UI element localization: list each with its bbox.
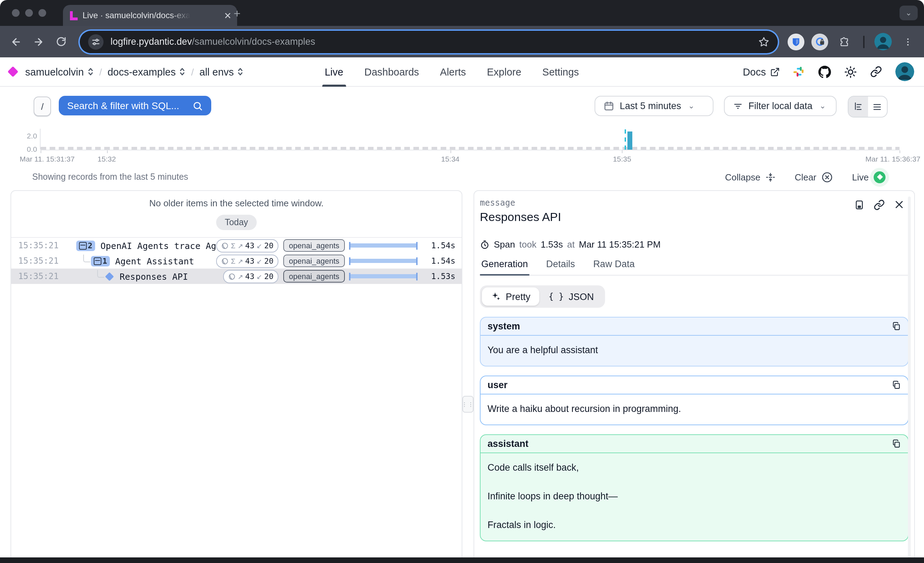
tab-raw-data[interactable]: Raw Data bbox=[592, 259, 636, 275]
selection-marker-line bbox=[624, 129, 626, 150]
tab-details[interactable]: Details bbox=[545, 259, 577, 275]
date-chip[interactable]: Today bbox=[216, 215, 257, 230]
logfire-app: samuelcolvin / docs-examples / all envs … bbox=[0, 57, 924, 557]
tab-dashboards[interactable]: Dashboards bbox=[364, 57, 419, 87]
tokens-out-arrow-icon: ↙ bbox=[257, 273, 262, 280]
search-input[interactable]: Search & filter with SQL... bbox=[59, 96, 211, 115]
tab-settings[interactable]: Settings bbox=[543, 57, 579, 87]
breadcrumb-env[interactable]: all envs bbox=[200, 66, 243, 77]
x-tick-label: Mar 11. 15:36:37 bbox=[866, 154, 921, 163]
reload-icon[interactable] bbox=[52, 33, 70, 51]
tab-close-icon[interactable]: ✕ bbox=[224, 11, 231, 20]
copy-icon[interactable] bbox=[892, 322, 901, 331]
chart-baseline-dashes bbox=[40, 147, 900, 150]
table-row[interactable]: 15:35:21 2 OpenAI Agents trace Agent… Σ … bbox=[11, 238, 462, 253]
dock-panel-icon[interactable] bbox=[854, 199, 864, 211]
message-role: assistant bbox=[488, 439, 528, 449]
tab-generation[interactable]: Generation bbox=[480, 259, 530, 275]
pretty-mode-button[interactable]: Pretty bbox=[482, 287, 540, 305]
view-mode-toggle bbox=[848, 96, 888, 117]
privacy-extension-icon[interactable] bbox=[812, 33, 828, 50]
macos-traffic-lights[interactable] bbox=[12, 9, 46, 17]
live-toggle[interactable]: Live bbox=[852, 171, 885, 183]
logfire-logo-icon bbox=[8, 66, 18, 77]
share-link-icon[interactable] bbox=[870, 66, 882, 78]
github-icon[interactable] bbox=[818, 65, 831, 78]
site-settings-icon[interactable] bbox=[88, 34, 104, 49]
collapse-button[interactable]: Collapse bbox=[725, 172, 776, 182]
url-bar[interactable]: logfire.pydantic.dev/samuelcolvin/docs-e… bbox=[80, 30, 778, 53]
tag-badge[interactable]: openai_agents bbox=[283, 255, 345, 267]
copy-link-icon[interactable] bbox=[874, 199, 885, 211]
chevron-updown-icon bbox=[179, 67, 185, 76]
clear-button[interactable]: Clear bbox=[795, 171, 833, 183]
duration-bar bbox=[348, 257, 422, 265]
collapse-count-badge[interactable]: 1 bbox=[91, 256, 110, 266]
breadcrumb: samuelcolvin / docs-examples / all envs bbox=[0, 66, 244, 77]
panel-resize-handle[interactable]: ⋮⋮ bbox=[462, 396, 474, 413]
tokens-in-arrow-icon: ↗ bbox=[237, 273, 243, 280]
sum-icon: Σ bbox=[231, 257, 236, 265]
span-detail-title: Responses API bbox=[480, 211, 909, 225]
docs-link[interactable]: Docs bbox=[743, 66, 780, 77]
collapse-count-badge[interactable]: 2 bbox=[76, 240, 95, 251]
message-user: user Write a haiku about recursion in pr… bbox=[480, 376, 909, 425]
breadcrumb-project[interactable]: docs-examples bbox=[107, 66, 185, 77]
tab-search-chevron-icon[interactable]: ⌄ bbox=[900, 6, 918, 20]
logfire-favicon-icon bbox=[69, 11, 78, 20]
empty-window-notice: No older items in the selected time wind… bbox=[11, 198, 462, 208]
user-avatar[interactable] bbox=[896, 62, 914, 81]
back-icon[interactable] bbox=[7, 33, 25, 51]
new-tab-button[interactable]: + bbox=[234, 8, 241, 19]
token-usage-badge[interactable]: Σ ↗43 ↙20 bbox=[216, 254, 278, 268]
table-row-selected[interactable]: 15:35:21 Responses API ↗43 ↙20 bbox=[11, 268, 462, 284]
tree-view-button[interactable] bbox=[849, 96, 868, 117]
table-row[interactable]: 15:35:21 1 Agent Assistant Σ ↗43 ↙20 bbox=[11, 253, 462, 268]
message-assistant: assistant Code calls itself back, Infini… bbox=[480, 434, 909, 541]
bitwarden-extension-icon[interactable] bbox=[788, 33, 804, 50]
x-tick-label: Mar 11. 15:31:37 bbox=[20, 154, 75, 163]
token-usage-badge[interactable]: Σ ↗43 ↙20 bbox=[216, 239, 278, 252]
theme-sun-icon[interactable] bbox=[844, 65, 857, 78]
chevron-down-icon: ⌄ bbox=[819, 102, 826, 111]
braces-icon: { } bbox=[549, 292, 564, 301]
local-filter-select[interactable]: Filter local data⌄ bbox=[724, 96, 837, 116]
token-usage-badge[interactable]: ↗43 ↙20 bbox=[223, 270, 278, 283]
bookmark-star-icon[interactable] bbox=[758, 36, 770, 47]
breadcrumb-org[interactable]: samuelcolvin bbox=[25, 66, 94, 77]
tag-badge[interactable]: openai_agents bbox=[283, 239, 345, 252]
message-role: user bbox=[488, 380, 507, 390]
tab-alerts[interactable]: Alerts bbox=[440, 57, 466, 87]
copy-icon[interactable] bbox=[892, 380, 901, 389]
browser-tab[interactable]: Live · samuelcolvin/docs-exa ✕ bbox=[63, 5, 237, 26]
extensions-puzzle-icon[interactable] bbox=[835, 33, 854, 51]
tag-badge[interactable]: openai_agents bbox=[283, 270, 345, 283]
haiku-line: Fractals in logic. bbox=[488, 520, 901, 530]
timeline-chart[interactable]: 2.0 0.0 Mar 11. 15:31:37 15:32 15:34 15:… bbox=[0, 126, 924, 165]
span-count-bar[interactable] bbox=[627, 132, 632, 150]
row-time: 15:35:21 bbox=[18, 256, 60, 266]
toolbar-divider bbox=[863, 35, 864, 48]
chevron-updown-icon bbox=[237, 67, 244, 76]
copy-icon[interactable] bbox=[892, 439, 901, 448]
list-view-button[interactable] bbox=[868, 96, 887, 117]
breadcrumb-separator: / bbox=[191, 66, 194, 77]
forward-icon[interactable] bbox=[29, 33, 48, 51]
browser-profile-avatar[interactable] bbox=[874, 33, 892, 50]
tab-explore[interactable]: Explore bbox=[487, 57, 521, 87]
slack-icon[interactable] bbox=[793, 66, 805, 78]
close-panel-icon[interactable] bbox=[894, 199, 904, 211]
main-nav-tabs: Live Dashboards Alerts Explore Settings bbox=[324, 57, 579, 87]
sum-icon: Σ bbox=[231, 241, 236, 250]
json-mode-button[interactable]: { } JSON bbox=[540, 287, 603, 305]
window-bottom-edge bbox=[0, 557, 924, 563]
time-range-select[interactable]: Last 5 minutes⌄ bbox=[594, 96, 714, 116]
url-text[interactable]: logfire.pydantic.dev/samuelcolvin/docs-e… bbox=[111, 36, 315, 47]
panel-scrollbar[interactable] bbox=[908, 196, 911, 563]
browser-menu-kebab-icon[interactable] bbox=[899, 33, 917, 51]
tab-live[interactable]: Live bbox=[324, 57, 343, 87]
span-title: Responses API bbox=[120, 271, 188, 282]
span-summary: Span took 1.53s at Mar 11 15:35:21 PM bbox=[480, 239, 909, 250]
x-circle-icon bbox=[821, 171, 833, 183]
showing-records-text: Showing records from the last 5 minutes bbox=[0, 172, 188, 182]
